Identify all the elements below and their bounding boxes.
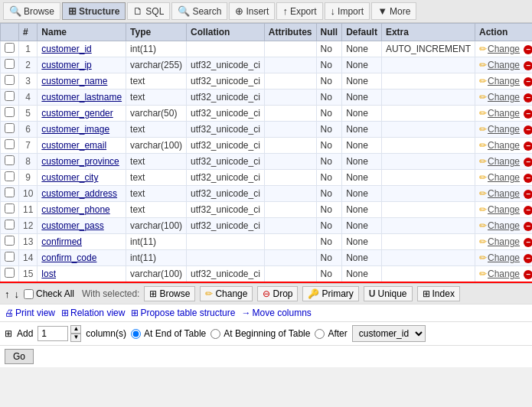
row-checkbox[interactable] — [5, 204, 15, 213]
row-field-name[interactable]: customer_image — [38, 122, 126, 138]
row-attributes — [264, 90, 316, 106]
row-field-name[interactable]: customer_phone — [38, 202, 126, 218]
field-name-link[interactable]: confirmed — [41, 236, 82, 247]
insert-button[interactable]: ⊕ Insert — [229, 2, 275, 20]
row-field-name[interactable]: customer_email — [38, 138, 126, 154]
change-link[interactable]: Change — [488, 140, 520, 151]
change-link[interactable]: Change — [488, 204, 520, 215]
row-field-name[interactable]: lost — [38, 266, 126, 283]
propose-structure-link[interactable]: ⊞ Propose table structure — [131, 308, 235, 318]
row-checkbox[interactable] — [5, 123, 15, 133]
field-name-link[interactable]: customer_city — [41, 172, 98, 183]
field-name-link[interactable]: customer_name — [41, 76, 107, 86]
change-link[interactable]: Change — [488, 92, 520, 103]
search-button[interactable]: 🔍 Search — [171, 2, 227, 20]
row-checkbox[interactable] — [5, 187, 15, 197]
change-link[interactable]: Change — [488, 236, 520, 247]
export-button[interactable]: ↑ Export — [276, 2, 322, 20]
print-view-link[interactable]: 🖨 Print view — [5, 308, 55, 318]
bottom-drop-button[interactable]: ⊖ Drop — [257, 286, 298, 301]
row-field-name[interactable]: customer_province — [38, 154, 126, 170]
spinner-up-button[interactable]: ▲ — [70, 325, 81, 334]
row-field-name[interactable]: customer_pass — [38, 218, 126, 234]
row-checkbox[interactable] — [5, 75, 15, 85]
field-name-link[interactable]: customer_province — [41, 156, 119, 167]
field-name-link[interactable]: confirm_code — [41, 252, 96, 263]
row-extra — [381, 218, 475, 234]
at-end-radio-label[interactable]: At End of Table — [131, 328, 206, 339]
spinner-down-button[interactable]: ▼ — [70, 334, 81, 342]
field-name-link[interactable]: lost — [41, 269, 56, 279]
row-checkbox[interactable] — [5, 91, 15, 101]
sql-button[interactable]: 🗋 SQL — [127, 2, 170, 20]
row-checkbox[interactable] — [5, 252, 15, 262]
change-link[interactable]: Change — [488, 44, 520, 54]
field-name-link[interactable]: customer_ip — [41, 60, 91, 70]
row-checkbox[interactable] — [5, 139, 15, 149]
change-link[interactable]: Change — [488, 220, 520, 231]
change-link[interactable]: Change — [488, 108, 520, 119]
row-null: No — [316, 138, 342, 154]
move-up-icon[interactable]: ↑ — [5, 288, 10, 300]
change-link[interactable]: Change — [488, 172, 520, 183]
field-name-link[interactable]: customer_id — [41, 44, 91, 54]
field-name-link[interactable]: customer_pass — [41, 220, 103, 231]
change-link[interactable]: Change — [488, 252, 520, 263]
field-name-link[interactable]: customer_phone — [41, 204, 109, 215]
row-field-name[interactable]: customer_lastname — [38, 90, 126, 106]
row-field-name[interactable]: customer_city — [38, 170, 126, 186]
check-all-label[interactable]: Check All — [24, 288, 74, 299]
at-beginning-radio-label[interactable]: At Beginning of Table — [211, 328, 310, 339]
field-name-link[interactable]: customer_email — [41, 140, 106, 151]
bottom-change-button[interactable]: ✏ Change — [200, 286, 253, 301]
row-field-name[interactable]: customer_address — [38, 186, 126, 202]
row-field-name[interactable]: customer_gender — [38, 106, 126, 122]
change-link[interactable]: Change — [488, 188, 520, 199]
bottom-index-button[interactable]: ⊞ Index — [417, 286, 460, 301]
row-checkbox[interactable] — [5, 220, 15, 230]
change-link[interactable]: Change — [488, 269, 520, 279]
field-name-link[interactable]: customer_lastname — [41, 92, 122, 103]
row-checkbox[interactable] — [5, 59, 15, 69]
import-button[interactable]: ↓ Import — [325, 2, 370, 20]
change-link[interactable]: Change — [488, 124, 520, 135]
row-field-name[interactable]: confirm_code — [38, 250, 126, 266]
change-icon: ✏ — [479, 76, 487, 86]
go-button[interactable]: Go — [5, 349, 34, 364]
check-all-checkbox[interactable] — [24, 289, 34, 299]
change-link[interactable]: Change — [488, 76, 520, 86]
field-name-link[interactable]: customer_address — [41, 188, 117, 199]
row-checkbox[interactable] — [5, 155, 15, 165]
go-row: Go — [0, 345, 532, 367]
after-label: After — [328, 328, 347, 339]
bottom-primary-button[interactable]: 🔑 Primary — [302, 286, 358, 301]
row-checkbox[interactable] — [5, 236, 15, 246]
browse-button[interactable]: 🔍 Browse — [3, 2, 60, 20]
bottom-index-icon: ⊞ — [423, 288, 430, 299]
move-columns-link[interactable]: → Move columns — [241, 308, 311, 318]
after-radio[interactable] — [315, 329, 325, 339]
field-name-link[interactable]: customer_gender — [41, 108, 113, 119]
row-field-name[interactable]: customer_ip — [38, 57, 126, 73]
at-beginning-radio[interactable] — [211, 329, 220, 339]
add-count-input[interactable] — [38, 326, 68, 341]
bottom-unique-button[interactable]: U Unique — [364, 286, 413, 301]
bottom-browse-button[interactable]: ⊞ Browse — [144, 286, 195, 301]
change-link[interactable]: Change — [488, 156, 520, 167]
at-end-radio[interactable] — [131, 329, 141, 339]
row-field-name[interactable]: customer_id — [38, 41, 126, 57]
row-checkbox[interactable] — [5, 268, 15, 278]
more-button[interactable]: ▼ More — [371, 2, 416, 20]
row-checkbox[interactable] — [5, 107, 15, 117]
structure-button[interactable]: ⊞ Structure — [62, 2, 126, 20]
change-link[interactable]: Change — [488, 60, 520, 70]
move-down-icon[interactable]: ↓ — [15, 288, 20, 300]
row-checkbox[interactable] — [5, 171, 15, 181]
relation-view-link[interactable]: ⊞ Relation view — [61, 308, 125, 318]
field-name-link[interactable]: customer_image — [41, 124, 109, 135]
row-field-name[interactable]: confirmed — [38, 234, 126, 250]
after-radio-label[interactable]: After — [315, 328, 347, 339]
after-column-select[interactable]: customer_id — [352, 325, 426, 342]
row-checkbox[interactable] — [5, 43, 15, 53]
row-field-name[interactable]: customer_name — [38, 73, 126, 90]
